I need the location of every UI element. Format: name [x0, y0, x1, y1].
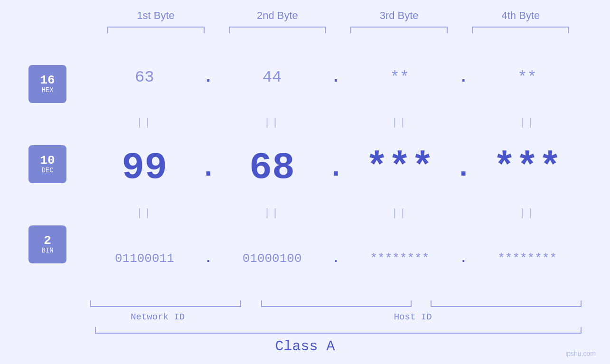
bracket-cell-4 — [460, 26, 582, 34]
sep-b-4: || — [473, 207, 582, 219]
bin-val-4: ******** — [473, 252, 582, 266]
network-host-labels: Network ID Host ID — [90, 312, 582, 322]
badges-column: 16 HEX 10 DEC 2 BIN — [28, 39, 90, 322]
content-area: 16 HEX 10 DEC 2 BIN 63 . 44 . ** . ** — [28, 39, 582, 322]
badge-bin: 2 BIN — [28, 225, 66, 263]
badge-hex: 16 HEX — [28, 65, 66, 103]
bin-val-1: 01100011 — [90, 252, 199, 266]
dec-val-1: 99 — [90, 146, 199, 189]
class-label: Class A — [28, 338, 582, 355]
sep-b-3: || — [346, 207, 454, 219]
dec-values-row: 99 . 68 . *** . *** — [90, 130, 582, 206]
hex-dot-3: . — [454, 68, 473, 86]
bin-dot-1: . — [199, 252, 218, 266]
hex-val-3: ** — [346, 68, 454, 86]
badge-hex-label: HEX — [41, 86, 53, 94]
bracket-cell-2 — [216, 26, 338, 34]
bin-dot-3: . — [454, 252, 473, 266]
sep-4: || — [473, 117, 582, 129]
byte-labels-row: 1st Byte 2nd Byte 3rd Byte 4th Byte — [28, 9, 582, 22]
badge-dec-number: 10 — [40, 154, 55, 167]
sep-1: || — [90, 117, 199, 129]
network-id-label: Network ID — [90, 312, 225, 322]
bin-val-3: ******** — [346, 252, 454, 266]
dec-dot-2: . — [327, 152, 346, 184]
dec-val-2: 68 — [218, 146, 327, 189]
bin-dot-2: . — [327, 252, 346, 266]
hex-val-2: 44 — [218, 68, 327, 86]
bracket-cell-3 — [338, 26, 460, 34]
badge-dec-label: DEC — [41, 167, 53, 174]
watermark: ipshu.com — [565, 350, 596, 357]
byte-label-3: 3rd Byte — [338, 9, 460, 22]
badge-bin-number: 2 — [44, 234, 51, 247]
sep-3: || — [346, 117, 454, 129]
badge-hex-number: 16 — [40, 74, 55, 86]
dec-dot-1: . — [199, 152, 218, 184]
hex-val-4: ** — [473, 68, 582, 86]
outer-bracket — [28, 327, 582, 334]
sep-b-2: || — [218, 207, 327, 219]
dec-val-4: *** — [473, 146, 582, 189]
byte-label-2: 2nd Byte — [216, 9, 338, 22]
bracket-cell-1 — [95, 26, 216, 34]
host-id-label: Host ID — [244, 312, 582, 322]
bottom-inner-brackets — [90, 300, 582, 309]
dec-val-3: *** — [346, 146, 454, 189]
badge-bin-label: BIN — [41, 247, 53, 254]
top-bracket-row — [28, 26, 582, 34]
hex-val-1: 63 — [90, 68, 199, 86]
separator-dec-bin: || || || || — [90, 206, 582, 220]
badge-dec: 10 DEC — [28, 145, 66, 183]
byte-label-1: 1st Byte — [95, 9, 216, 22]
main-container: 1st Byte 2nd Byte 3rd Byte 4th Byte 16 H… — [0, 0, 610, 364]
dec-dot-3: . — [454, 152, 473, 184]
values-grid: 63 . 44 . ** . ** || || || || 99 — [90, 39, 582, 322]
bin-val-2: 01000100 — [218, 252, 327, 266]
hex-dot-1: . — [199, 68, 218, 86]
sep-2: || — [218, 117, 327, 129]
bin-values-row: 01100011 . 01000100 . ******** . *******… — [90, 220, 582, 297]
byte-label-4: 4th Byte — [460, 9, 582, 22]
hex-values-row: 63 . 44 . ** . ** — [90, 39, 582, 115]
hex-dot-2: . — [327, 68, 346, 86]
separator-hex-dec: || || || || — [90, 115, 582, 130]
sep-b-1: || — [90, 207, 199, 219]
